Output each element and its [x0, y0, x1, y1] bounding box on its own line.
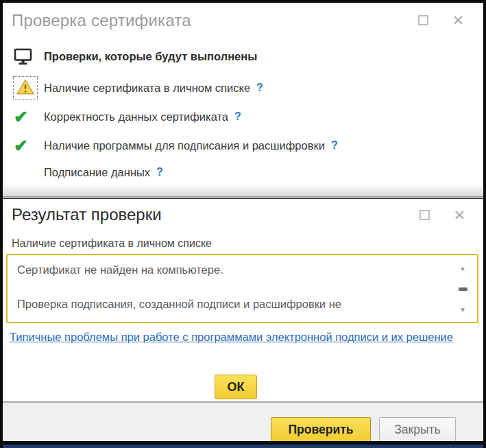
- check-item-label: Корректность данных сертификата: [44, 110, 228, 123]
- certificate-dialog-window-controls: ✕: [418, 15, 464, 25]
- help-icon[interactable]: ?: [156, 166, 163, 178]
- check-icon: ✔: [14, 137, 28, 154]
- result-message-line-2: Проверка подписания, созданной подписи и…: [17, 298, 450, 311]
- maximize-icon[interactable]: [420, 210, 430, 220]
- help-icon[interactable]: ?: [331, 139, 338, 152]
- result-message-box[interactable]: Сертификат не найден на компьютере. Пров…: [6, 254, 478, 323]
- check-item-data-signing: Подписание данных ?: [14, 160, 163, 185]
- checks-section-header-row: Проверки, которые будут выполнены: [14, 44, 257, 69]
- scroll-up-icon[interactable]: ▲: [459, 265, 466, 272]
- check-item-label: Наличие сертификата в личном списке: [44, 82, 250, 95]
- result-dialog-title: Результат проверки: [12, 205, 162, 224]
- verify-button[interactable]: Проверить: [271, 417, 371, 443]
- dialog-footer: Проверить Закрыть: [3, 401, 483, 441]
- check-item-signing-program: ✔ Наличие программы для подписания и рас…: [14, 133, 338, 158]
- typical-problems-link[interactable]: Типичные проблемы при работе с программа…: [10, 329, 467, 344]
- result-dialog: Результат проверки ✕ Наличие сертификата…: [3, 198, 483, 401]
- scroll-thumb[interactable]: [459, 287, 467, 291]
- result-message-line-1: Сертификат не найден на компьютере.: [17, 263, 450, 276]
- check-item-certificate-data: ✔ Корректность данных сертификата ?: [14, 104, 241, 129]
- close-button[interactable]: Закрыть: [379, 417, 456, 443]
- checks-section-header-label: Проверки, которые будут выполнены: [44, 50, 257, 63]
- result-dialog-window-controls: ✕: [420, 210, 465, 220]
- ok-button[interactable]: ОК: [215, 375, 257, 399]
- help-icon[interactable]: ?: [256, 82, 263, 94]
- maximize-icon[interactable]: [418, 15, 428, 25]
- monitor-icon: [14, 48, 44, 65]
- check-item-label: Подписание данных: [44, 166, 150, 179]
- close-icon[interactable]: ✕: [452, 15, 464, 25]
- message-scrollbar[interactable]: ▲ ▼: [458, 265, 467, 314]
- close-icon[interactable]: ✕: [453, 210, 465, 220]
- check-item-label: Наличие программы для подписания и расши…: [44, 139, 325, 152]
- check-item-certificate-in-list: Наличие сертификата в личном списке ?: [14, 75, 263, 100]
- application-window: Проверка сертификата ✕ Проверки, которые…: [0, 0, 486, 448]
- help-icon[interactable]: ?: [234, 110, 241, 123]
- app-bottom-strip: [3, 445, 483, 448]
- result-field-label: Наличие сертификата в личном списке: [12, 237, 212, 250]
- certificate-dialog-title: Проверка сертификата: [12, 11, 191, 30]
- check-icon: ✔: [14, 108, 28, 126]
- certificate-dialog-bottom-edge: [3, 184, 483, 197]
- scroll-down-icon[interactable]: ▼: [459, 307, 466, 314]
- warning-icon: [14, 77, 37, 99]
